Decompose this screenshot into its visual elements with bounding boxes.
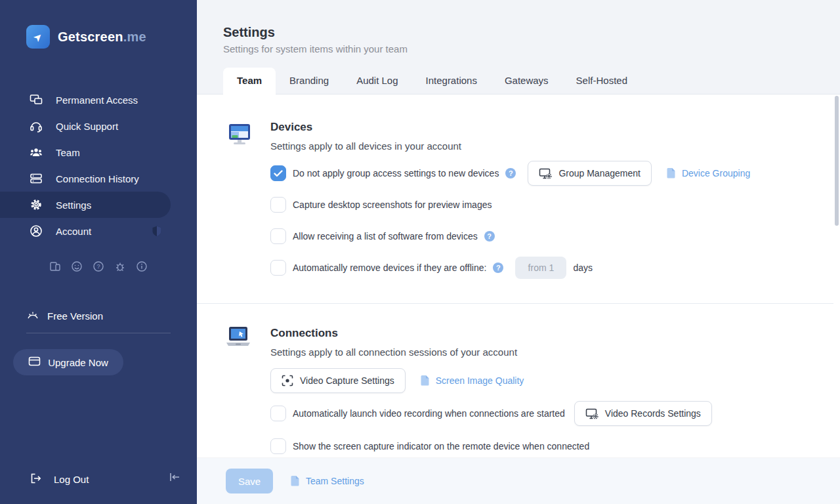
sidebar-item-label: Settings	[56, 200, 91, 211]
tab-bar: Team Branding Audit Log Integrations Gat…	[223, 68, 641, 94]
group-management-button[interactable]: Group Management	[528, 161, 652, 186]
user-face-icon[interactable]	[70, 260, 83, 273]
checkbox-capture-indicator[interactable]	[270, 438, 286, 454]
logout-label: Log Out	[54, 474, 89, 485]
tab-branding[interactable]: Branding	[276, 68, 343, 94]
connections-section-icon	[223, 324, 253, 354]
logout-icon	[29, 472, 42, 487]
offline-days-input[interactable]	[515, 257, 566, 279]
video-records-settings-button[interactable]: Video Records Settings	[574, 401, 712, 426]
connections-section-title: Connections	[270, 327, 338, 340]
setting-row: Do not apply group access settings to ne…	[270, 161, 750, 186]
setting-label: Automatically launch video recording whe…	[293, 408, 565, 419]
gear-icon	[29, 198, 43, 212]
checkbox-capture-screenshots[interactable]	[270, 197, 286, 213]
setting-label: Allow receiving a list of software from …	[293, 231, 478, 242]
meter-icon	[26, 310, 39, 322]
scrollbar-thumb[interactable]	[835, 96, 839, 226]
help-icon[interactable]: ?	[493, 262, 503, 273]
sidebar-item-account[interactable]: Account	[0, 218, 197, 244]
document-icon	[290, 475, 300, 487]
setting-row: Automatically remove devices if they are…	[270, 255, 593, 280]
team-settings-link[interactable]: Team Settings	[290, 475, 364, 487]
connections-section-subtitle: Settings apply to all connection session…	[270, 346, 517, 358]
setting-row: Capture desktop screenshots for preview …	[270, 192, 492, 217]
connections-buttons-row: Video Capture Settings Screen Image Qual…	[270, 368, 524, 393]
help-icon[interactable]: ?	[484, 231, 495, 242]
headset-icon	[29, 119, 43, 133]
sidebar-item-label: Account	[56, 226, 91, 237]
video-capture-settings-button[interactable]: Video Capture Settings	[270, 368, 406, 393]
sidebar-item-permanent-access[interactable]: Permanent Access	[0, 87, 197, 113]
setting-label: Capture desktop screenshots for preview …	[293, 200, 492, 210]
upgrade-now-button[interactable]: Upgrade Now	[13, 349, 123, 375]
svg-text:?: ?	[96, 263, 100, 270]
checkbox-auto-remove-devices[interactable]	[270, 260, 286, 276]
setting-row: Show the screen capture indicator on the…	[270, 434, 589, 459]
screen-image-quality-link[interactable]: Screen Image Quality	[420, 375, 524, 387]
tab-integrations[interactable]: Integrations	[412, 68, 491, 94]
setting-row: Allow receiving a list of software from …	[270, 224, 495, 249]
monitors-icon	[29, 93, 43, 107]
sidebar-item-quick-support[interactable]: Quick Support	[0, 113, 197, 139]
sidebar-item-settings[interactable]: Settings	[0, 192, 171, 218]
tab-team[interactable]: Team	[223, 68, 276, 94]
footer-bar: Save Team Settings	[197, 458, 840, 504]
team-icon	[29, 145, 43, 159]
plan-label: Free Version	[47, 310, 103, 322]
devices-icon[interactable]	[49, 260, 62, 273]
upgrade-label: Upgrade Now	[48, 357, 108, 368]
sidebar-item-label: Connection History	[56, 173, 139, 184]
sidebar-item-team[interactable]: Team	[0, 139, 197, 165]
sidebar-item-label: Quick Support	[56, 121, 118, 132]
bug-icon[interactable]	[114, 260, 127, 273]
sidebar-item-connection-history[interactable]: Connection History	[0, 165, 197, 192]
sidebar: ➤ Getscreen.me Permanent Access Quick Su…	[0, 0, 197, 504]
sidebar-nav: Permanent Access Quick Support Team Conn…	[0, 87, 197, 244]
history-icon	[29, 171, 43, 186]
checkbox-auto-video-recording[interactable]	[270, 406, 286, 421]
help-icon[interactable]: ?	[505, 168, 516, 178]
sidebar-item-label: Permanent Access	[56, 94, 138, 106]
app-window: ➤ Getscreen.me Permanent Access Quick Su…	[0, 0, 840, 504]
page-subtitle: Settings for system items within your te…	[223, 43, 408, 54]
document-icon	[666, 167, 676, 179]
security-shield-icon	[151, 225, 163, 239]
setting-label: Show the screen capture indicator on the…	[293, 441, 589, 452]
setting-label: Do not apply group access settings to ne…	[293, 168, 499, 178]
days-suffix: days	[573, 262, 593, 273]
checkbox-software-list[interactable]	[270, 228, 286, 244]
help-icon[interactable]: ?	[92, 260, 105, 273]
tab-gateways[interactable]: Gateways	[491, 68, 562, 94]
devices-section-icon	[224, 119, 255, 150]
info-icon[interactable]	[135, 260, 148, 273]
setting-label: Automatically remove devices if they are…	[293, 262, 486, 273]
tab-self-hosted[interactable]: Self-Hosted	[562, 68, 641, 94]
logo-arrow-icon: ➤	[26, 25, 50, 49]
checkbox-no-group-access[interactable]	[270, 165, 286, 181]
logo-text: Getscreen.me	[58, 30, 146, 45]
tab-audit-log[interactable]: Audit Log	[343, 68, 411, 94]
sidebar-utility-icons: ?	[49, 260, 148, 273]
account-icon	[29, 224, 43, 238]
logout-button[interactable]: Log Out	[29, 472, 89, 487]
plan-indicator: Free Version	[26, 310, 171, 333]
logo[interactable]: ➤ Getscreen.me	[26, 25, 146, 49]
document-icon	[420, 375, 430, 387]
page-title: Settings	[223, 25, 275, 40]
section-divider	[197, 303, 833, 304]
device-grouping-link[interactable]: Device Grouping	[666, 167, 750, 179]
setting-row: Automatically launch video recording whe…	[270, 401, 712, 426]
sidebar-item-label: Team	[56, 147, 80, 158]
credit-card-icon	[28, 356, 41, 368]
collapse-sidebar-icon[interactable]	[168, 471, 181, 486]
devices-section-subtitle: Settings apply to all devices in your ac…	[270, 140, 461, 152]
devices-section-title: Devices	[270, 121, 312, 134]
save-button[interactable]: Save	[226, 469, 273, 494]
